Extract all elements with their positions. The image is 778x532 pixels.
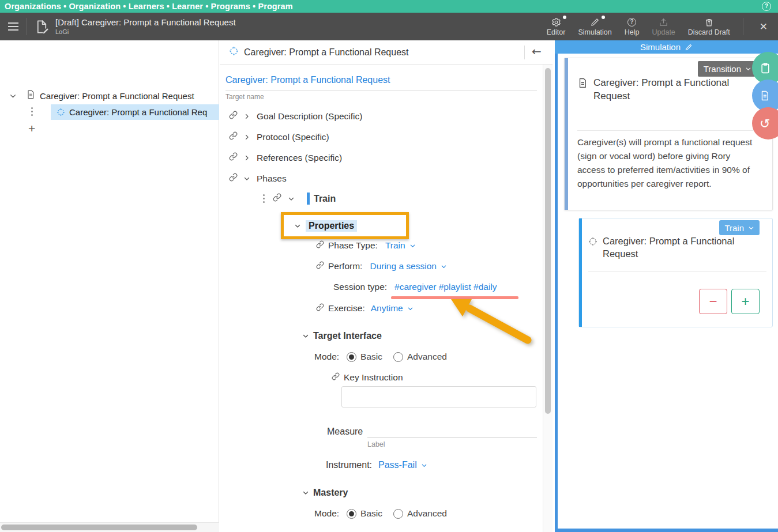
advanced-label: Advanced <box>407 508 447 519</box>
perform-select[interactable]: During a session <box>370 261 436 271</box>
train-badge[interactable]: Train <box>719 220 760 235</box>
basic-radio[interactable] <box>347 509 356 519</box>
chevron-down-icon[interactable] <box>409 243 416 249</box>
editor-header: Caregiver: Prompt a Functional Request ← <box>220 40 553 65</box>
goal-description-row[interactable]: Goal Description (Specific) <box>229 111 362 122</box>
instrument-row: Instrument: Pass-Fail <box>326 460 427 470</box>
help-label: Help <box>625 28 640 36</box>
toolbar-divider <box>743 18 743 35</box>
toolbar-divider <box>27 18 27 35</box>
references-row[interactable]: References (Specific) <box>229 152 342 163</box>
tree-root-row[interactable]: Caregiver: Prompt a Functional Request <box>0 88 194 103</box>
chevron-down-icon[interactable] <box>302 489 309 496</box>
chevron-down-icon[interactable] <box>243 175 250 182</box>
breadcrumb-bar: Organizations • Organization • Learners … <box>0 0 778 13</box>
sidebar-horizontal-scrollbar[interactable] <box>0 522 219 532</box>
chevron-down-icon[interactable] <box>288 195 295 202</box>
exercise-select[interactable]: Anytime <box>371 303 403 314</box>
menu-icon[interactable] <box>0 13 27 40</box>
basic-radio[interactable] <box>347 352 356 362</box>
protocol-label: Protocol (Specific) <box>257 132 329 142</box>
session-type-row: Session type: #caregiver #playlist #dail… <box>333 282 497 292</box>
mastery-label: Mastery <box>313 488 348 498</box>
discard-draft-button[interactable]: Discard Draft <box>688 17 730 36</box>
chevron-right-icon[interactable] <box>243 113 250 120</box>
session-type-tags[interactable]: #caregiver #playlist #daily <box>394 282 497 292</box>
key-instruction-input[interactable] <box>341 386 536 408</box>
header-divider <box>524 46 525 59</box>
card-title-row: Caregiver: Prompt a Functional Request <box>588 235 761 261</box>
measure-row: Measure <box>327 427 363 437</box>
clipboard-icon <box>760 62 771 74</box>
chevron-right-icon[interactable] <box>243 154 250 161</box>
help-icon[interactable]: ? <box>762 2 771 11</box>
references-label: References (Specific) <box>257 153 342 163</box>
protocol-row[interactable]: Protocol (Specific) <box>229 131 329 142</box>
tree-root-label: Caregiver: Prompt a Functional Request <box>40 91 194 101</box>
target-name-input[interactable]: Caregiver: Prompt a Functional Request <box>225 75 390 85</box>
tree-selected-target[interactable]: Caregiver: Prompt a Functional Req <box>51 104 219 120</box>
editor-vertical-scrollbar[interactable] <box>543 65 553 532</box>
chevron-right-icon[interactable] <box>243 134 250 141</box>
card-divider <box>577 130 764 131</box>
transition-badge[interactable]: Transition <box>698 61 757 77</box>
basic-label: Basic <box>360 508 382 519</box>
chevron-down-icon <box>748 225 754 231</box>
add-node-button[interactable]: + <box>28 122 35 135</box>
chevron-down-icon[interactable] <box>441 263 447 270</box>
simulation-label: Simulation <box>578 28 611 36</box>
scrollbar-thumb[interactable] <box>1 525 197 530</box>
simulation-transition-card: Transition Caregiver: Prompt a Functiona… <box>564 58 773 210</box>
mastery-section[interactable]: Mastery <box>302 488 348 498</box>
card-accent-bar <box>565 58 568 210</box>
phase-type-row: Phase Type: Train <box>316 240 416 251</box>
editor-button[interactable]: Editor <box>547 17 566 36</box>
properties-label[interactable]: Properties <box>306 220 357 232</box>
phases-label: Phases <box>257 173 287 184</box>
link-icon <box>316 240 324 251</box>
goal-description-text: Caregiver(s) will prompt a functional re… <box>577 135 757 191</box>
chevron-down-icon[interactable] <box>294 222 301 229</box>
goal-description-label: Goal Description (Specific) <box>257 111 362 122</box>
simulation-panel-header[interactable]: Simulation <box>555 40 778 54</box>
chevron-down-icon[interactable] <box>9 92 17 100</box>
link-icon <box>229 131 238 142</box>
advanced-radio[interactable] <box>393 509 403 519</box>
document-icon <box>577 78 588 103</box>
chevron-down-icon[interactable] <box>407 305 414 312</box>
phases-row[interactable]: Phases <box>229 173 287 184</box>
phase-train-row[interactable]: Train <box>263 193 336 205</box>
chevron-down-icon[interactable] <box>421 462 427 469</box>
link-icon <box>316 261 324 271</box>
chevron-down-icon[interactable] <box>302 333 309 339</box>
simulation-badge-dot <box>602 16 605 19</box>
phase-type-select[interactable]: Train <box>385 240 405 251</box>
target-icon <box>229 46 239 58</box>
drag-handle-icon[interactable] <box>263 194 265 203</box>
target-icon <box>57 108 65 119</box>
tree-selected-label: Caregiver: Prompt a Functional Req <box>69 107 207 117</box>
instrument-select[interactable]: Pass-Fail <box>378 460 417 470</box>
app-name: LoGi <box>55 28 236 36</box>
back-arrow-icon[interactable]: ← <box>532 44 542 58</box>
close-icon[interactable]: ✕ <box>756 21 771 32</box>
advanced-radio[interactable] <box>393 352 403 362</box>
upload-icon <box>659 17 668 27</box>
phase-color-bar <box>307 193 310 205</box>
breadcrumb[interactable]: Organizations • Organization • Learners … <box>0 2 293 11</box>
decrement-button[interactable]: − <box>699 289 727 314</box>
drag-handle-icon[interactable] <box>31 107 33 116</box>
simulation-button[interactable]: Simulation <box>578 17 611 36</box>
key-instruction-row: Key Instruction <box>332 372 403 383</box>
increment-button[interactable]: + <box>731 289 760 314</box>
link-icon <box>316 303 324 314</box>
target-interface-section[interactable]: Target Interface <box>302 331 382 341</box>
red-underline-annotation <box>391 296 518 299</box>
transition-badge-label: Transition <box>704 64 741 74</box>
train-card-title: Caregiver: Prompt a Functional Request <box>603 235 761 261</box>
measure-input[interactable] <box>367 437 537 437</box>
link-icon <box>332 372 340 383</box>
scrollbar-thumb[interactable] <box>545 68 551 414</box>
perform-label: Perform: <box>328 261 362 271</box>
help-button[interactable]: ? Help <box>625 17 640 36</box>
